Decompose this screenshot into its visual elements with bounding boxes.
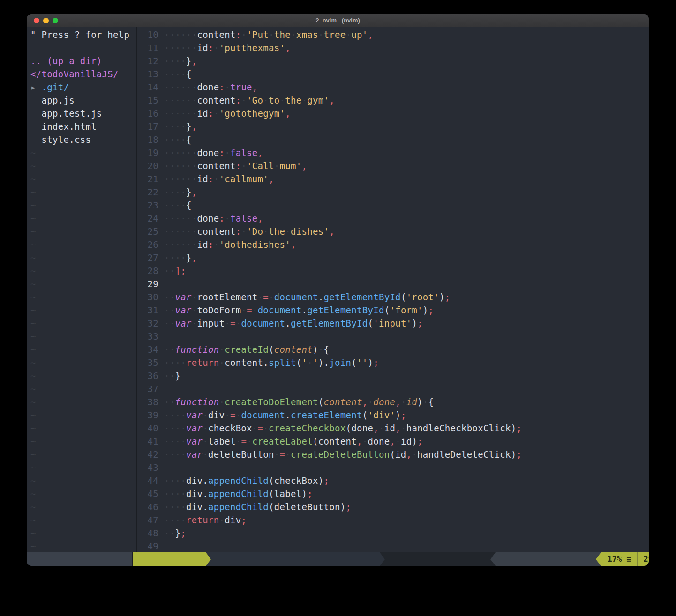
code-text: ····{ bbox=[158, 67, 192, 81]
code-text: ······id:·'putthexmas', bbox=[158, 41, 291, 54]
empty-line-tilde: ~ bbox=[30, 395, 136, 408]
code-line[interactable]: 48··}; bbox=[137, 527, 649, 540]
code-text: ····div.appendChild(checkBox); bbox=[158, 474, 329, 487]
line-number: 12 bbox=[137, 54, 158, 67]
line-number: 44 bbox=[137, 474, 158, 487]
code-text bbox=[158, 330, 164, 343]
code-line[interactable]: 15······content:·'Go·to·the·gym', bbox=[137, 94, 649, 107]
code-buffer[interactable]: 10······content:·'Put·the·xmas·tree·up',… bbox=[137, 27, 649, 552]
code-line[interactable]: 39····var·div·=·document.createElement('… bbox=[137, 408, 649, 422]
code-line[interactable]: 26······id:·'dothedishes', bbox=[137, 238, 649, 251]
code-text: ····return·content.split('·').join(''); bbox=[158, 356, 379, 369]
code-line[interactable]: 17····}, bbox=[137, 120, 649, 133]
code-line[interactable]: 29 bbox=[137, 277, 649, 290]
empty-line-tilde: ~ bbox=[30, 435, 136, 448]
minimize-button[interactable] bbox=[43, 18, 49, 23]
code-text: ··function·createId(content)·{ bbox=[158, 343, 329, 356]
cursor-position: 29/162 bbox=[644, 552, 649, 566]
code-line[interactable]: 35····return·content.split('·').join('')… bbox=[137, 356, 649, 369]
zoom-button[interactable] bbox=[53, 18, 58, 23]
code-text: ··var·rootElement·=·document.getElementB… bbox=[158, 290, 451, 304]
statusline-filetype: javascript.jsx bbox=[385, 552, 490, 566]
code-line[interactable]: 20······content:·'Call·mum', bbox=[137, 159, 649, 172]
code-line[interactable]: 21······id:·'callmum', bbox=[137, 172, 649, 186]
up-a-dir[interactable]: .. (up a dir) bbox=[30, 54, 136, 67]
file-app-test-js[interactable]: app.test.js bbox=[30, 107, 136, 120]
code-line[interactable]: 10······content:·'Put·the·xmas·tree·up', bbox=[137, 28, 649, 41]
code-line[interactable]: 12····}, bbox=[137, 54, 649, 67]
code-line[interactable]: 16······id:·'gotothegym', bbox=[137, 107, 649, 120]
code-line[interactable]: 45····div.appendChild(label); bbox=[137, 487, 649, 500]
help-hint: " Press ? for help bbox=[30, 28, 136, 41]
code-line[interactable]: 25······content:·'Do·the·dishes', bbox=[137, 225, 649, 238]
code-line[interactable]: 47····return·div; bbox=[137, 513, 649, 527]
lines-icon: ≡ bbox=[626, 552, 631, 566]
code-line[interactable]: 19······done:·false, bbox=[137, 146, 649, 159]
empty-line-tilde: ~ bbox=[30, 225, 136, 238]
code-text: ··} bbox=[158, 369, 180, 382]
code-text: ····var·checkBox·=·createCheckbox(done,·… bbox=[158, 422, 522, 435]
code-line[interactable]: 42····var·deleteButton·=·createDeleteBut… bbox=[137, 448, 649, 461]
editor-area: " Press ? for help.. (up a dir)</todoVan… bbox=[27, 27, 649, 552]
empty-line-tilde: ~ bbox=[30, 199, 136, 212]
code-line[interactable]: 49 bbox=[137, 540, 649, 552]
code-line[interactable]: 27····}, bbox=[137, 251, 649, 264]
code-line[interactable]: 13····{ bbox=[137, 67, 649, 81]
empty-line-tilde: ~ bbox=[30, 369, 136, 382]
code-line[interactable]: 23····{ bbox=[137, 199, 649, 212]
line-number: 15 bbox=[137, 94, 158, 107]
line-number: 18 bbox=[137, 133, 158, 146]
code-text: ····}, bbox=[158, 54, 197, 67]
line-number: 20 bbox=[137, 159, 158, 172]
code-text: ······done:·false, bbox=[158, 146, 263, 159]
code-line[interactable]: 30··var·rootElement·=·document.getElemen… bbox=[137, 290, 649, 304]
close-button[interactable] bbox=[34, 18, 39, 23]
line-number: 45 bbox=[137, 487, 158, 500]
code-line[interactable]: 41····var·label·=·createLabel(content,·d… bbox=[137, 435, 649, 448]
code-line[interactable]: 33 bbox=[137, 330, 649, 343]
code-line[interactable]: 28··]; bbox=[137, 264, 649, 277]
file-style-css[interactable]: style.css bbox=[30, 133, 136, 146]
line-number: 10 bbox=[137, 28, 158, 41]
code-text: ····{ bbox=[158, 199, 192, 212]
code-line[interactable]: 44····div.appendChild(checkBox); bbox=[137, 474, 649, 487]
code-line[interactable]: 37 bbox=[137, 382, 649, 395]
code-line[interactable]: 46····div.appendChild(deleteButton); bbox=[137, 500, 649, 513]
line-number: 48 bbox=[137, 527, 158, 540]
file-index-html[interactable]: index.html bbox=[30, 120, 136, 133]
code-text: ····}, bbox=[158, 120, 197, 133]
code-line[interactable]: 43 bbox=[137, 461, 649, 474]
empty-line-tilde: ~ bbox=[30, 172, 136, 186]
powerline-separator-icon bbox=[490, 552, 496, 566]
line-number: 40 bbox=[137, 422, 158, 435]
file-app-js[interactable]: app.js bbox=[30, 94, 136, 107]
dir-git[interactable]: ▸ .git/ bbox=[30, 81, 136, 94]
code-line[interactable]: 18····{ bbox=[137, 133, 649, 146]
code-text: ····}, bbox=[158, 251, 197, 264]
line-number: 28 bbox=[137, 264, 158, 277]
code-line[interactable]: 11······id:·'putthexmas', bbox=[137, 41, 649, 54]
code-line[interactable]: 32··var·input·=·document.getElementById(… bbox=[137, 317, 649, 330]
empty-line-tilde: ~ bbox=[30, 212, 136, 225]
code-text: ····var·deleteButton·=·createDeleteButto… bbox=[158, 448, 522, 461]
code-text: ····}, bbox=[158, 186, 197, 199]
code-line[interactable]: 22····}, bbox=[137, 186, 649, 199]
code-line[interactable]: 34··function·createId(content)·{ bbox=[137, 343, 649, 356]
line-number: 19 bbox=[137, 146, 158, 159]
empty-line-tilde: ~ bbox=[30, 304, 136, 317]
code-line[interactable]: 31··var·toDoForm·=·document.getElementBy… bbox=[137, 304, 649, 317]
code-line[interactable]: 40····var·checkBox·=·createCheckbox(done… bbox=[137, 422, 649, 435]
line-number: 30 bbox=[137, 290, 158, 304]
code-line[interactable]: 36··} bbox=[137, 369, 649, 382]
powerline-separator-icon bbox=[206, 552, 211, 566]
line-number: 21 bbox=[137, 172, 158, 186]
code-line[interactable]: 14······done:·true, bbox=[137, 81, 649, 94]
empty-line-tilde: ~ bbox=[30, 186, 136, 199]
code-text bbox=[158, 382, 164, 395]
line-number: 32 bbox=[137, 317, 158, 330]
code-text: ··function·createToDoElement(content,·do… bbox=[158, 395, 434, 408]
code-line[interactable]: 38··function·createToDoElement(content,·… bbox=[137, 395, 649, 408]
statusline-encoding: utf-8[unix] bbox=[496, 552, 596, 566]
code-line[interactable]: 24······done:·false, bbox=[137, 212, 649, 225]
empty-line-tilde: ~ bbox=[30, 527, 136, 540]
